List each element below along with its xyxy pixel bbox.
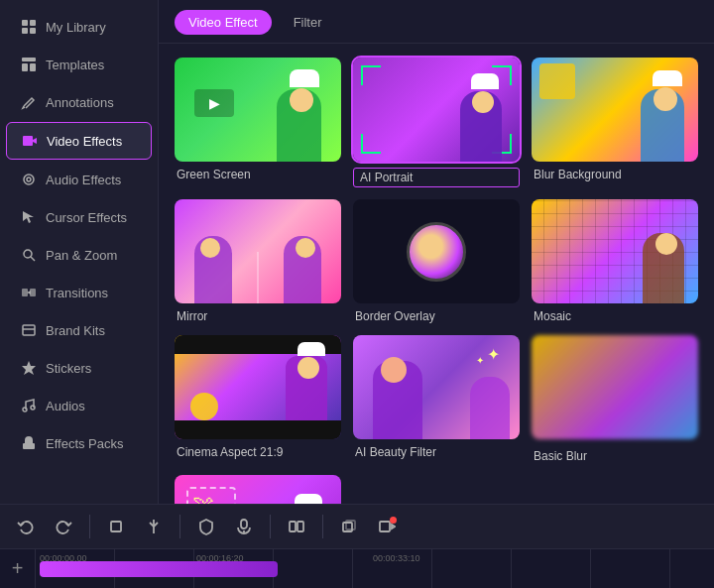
svg-line-13 — [31, 257, 35, 261]
transitions-icon — [20, 284, 38, 301]
effect-thumb-ai-portrait — [353, 58, 520, 162]
effect-basic-blur[interactable]: Basic Blur — [532, 335, 698, 463]
record-button[interactable] — [373, 513, 401, 540]
sidebar: My Library Templates Annotations Video E… — [0, 0, 159, 504]
effect-thumb-blur-background — [532, 58, 698, 162]
effect-last[interactable]: 🕊 — [175, 475, 341, 504]
annotations-icon — [20, 93, 38, 111]
svg-rect-22 — [23, 443, 35, 449]
stickers-icon — [20, 359, 38, 377]
sidebar-item-my-library[interactable]: My Library — [6, 9, 152, 45]
effect-label-ai-beauty-filter: AI Beauty Filter — [353, 445, 520, 459]
effect-ai-portrait[interactable]: AI Portrait — [353, 58, 520, 187]
effect-label-mirror: Mirror — [175, 309, 341, 323]
svg-marker-34 — [392, 525, 395, 529]
templates-icon — [20, 56, 38, 73]
effect-thumb-last: 🕊 — [175, 475, 341, 504]
timeline: + 00:00:00.00 00:00:16:20 00:00:33:10 — [0, 548, 714, 588]
audio-effects-icon — [20, 171, 38, 188]
effect-blur-background[interactable]: Blur Background — [532, 58, 698, 187]
sidebar-item-annotations[interactable]: Annotations — [6, 84, 152, 120]
effect-thumb-border-overlay — [353, 199, 520, 303]
protect-button[interactable] — [192, 513, 220, 540]
redo-button[interactable] — [50, 513, 77, 540]
effect-ai-beauty-filter[interactable]: ✦ ✦ AI Beauty Filter — [353, 335, 520, 463]
svg-point-9 — [24, 175, 34, 184]
audios-icon — [20, 397, 38, 414]
svg-rect-7 — [23, 136, 33, 146]
undo-button[interactable] — [12, 513, 40, 540]
tab-video-effect[interactable]: Video Effect — [175, 10, 272, 35]
sidebar-label-stickers: Stickers — [46, 361, 91, 376]
cursor-effects-icon — [20, 208, 38, 226]
mic-button[interactable] — [230, 513, 258, 540]
effects-packs-icon — [20, 434, 38, 452]
sidebar-item-templates[interactable]: Templates — [6, 47, 152, 82]
toolbar-separator-4 — [322, 515, 323, 538]
effect-label-cinema-aspect: Cinema Aspect 21:9 — [175, 445, 341, 459]
timeline-clip[interactable] — [40, 561, 278, 577]
sidebar-item-pan-zoom[interactable]: Pan & Zoom — [6, 237, 152, 273]
effect-mosaic[interactable]: Mosaic — [532, 199, 698, 323]
effect-label-mosaic: Mosaic — [532, 309, 698, 323]
svg-marker-11 — [23, 211, 34, 223]
sidebar-item-video-effects[interactable]: Video Effects — [6, 122, 152, 160]
plus-icon: + — [12, 557, 24, 580]
svg-marker-8 — [33, 138, 37, 144]
transition-button[interactable] — [283, 513, 310, 540]
sidebar-item-audio-effects[interactable]: Audio Effects — [6, 162, 152, 197]
main-area: My Library Templates Annotations Video E… — [0, 0, 714, 504]
effects-grid: ▶ Green Screen AI Portrait — [159, 44, 714, 504]
svg-rect-27 — [241, 520, 247, 529]
overlay-button[interactable] — [335, 513, 363, 540]
svg-rect-0 — [22, 20, 28, 26]
svg-rect-29 — [290, 522, 296, 531]
sidebar-item-effects-packs[interactable]: Effects Packs — [6, 425, 152, 461]
effect-thumb-mirror — [175, 199, 341, 303]
timeline-add-button[interactable]: + — [0, 549, 36, 588]
effect-label-border-overlay: Border Overlay — [353, 309, 520, 323]
effect-thumb-ai-beauty-filter: ✦ ✦ — [353, 335, 520, 439]
sidebar-label-video-effects: Video Effects — [47, 134, 122, 149]
sidebar-item-stickers[interactable]: Stickers — [6, 350, 152, 386]
effect-label-basic-blur: Basic Blur — [532, 449, 698, 463]
svg-rect-4 — [22, 58, 36, 61]
svg-point-20 — [23, 408, 27, 412]
effect-cinema-aspect[interactable]: Cinema Aspect 21:9 — [175, 335, 341, 463]
svg-rect-1 — [30, 20, 36, 26]
sidebar-label-transitions: Transitions — [46, 286, 108, 300]
sidebar-label-audios: Audios — [46, 399, 85, 413]
sidebar-item-brand-kits[interactable]: Brand Kits — [6, 312, 152, 348]
effect-border-overlay[interactable]: Border Overlay — [353, 199, 520, 323]
pan-zoom-icon — [20, 246, 38, 264]
effect-mirror[interactable]: Mirror — [175, 199, 341, 323]
sidebar-label-brand-kits: Brand Kits — [46, 323, 105, 338]
content-area: Video Effect Filter ▶ Green Screen — [159, 0, 714, 504]
svg-rect-30 — [298, 522, 303, 531]
sidebar-label-cursor-effects: Cursor Effects — [46, 210, 127, 225]
sidebar-label-templates: Templates — [46, 58, 104, 72]
timeline-track[interactable]: 00:00:00.00 00:00:16:20 00:00:33:10 — [36, 549, 714, 588]
sidebar-label-my-library: My Library — [46, 20, 106, 35]
effect-green-screen[interactable]: ▶ Green Screen — [175, 58, 341, 187]
timeline-timestamp-2: 00:00:33:10 — [373, 553, 420, 563]
effect-label-green-screen: Green Screen — [175, 168, 341, 181]
sidebar-item-audios[interactable]: Audios — [6, 388, 152, 423]
toolbar-separator-2 — [179, 515, 180, 538]
effect-thumb-basic-blur — [532, 335, 698, 439]
tab-filter[interactable]: Filter — [280, 10, 336, 35]
sidebar-item-transitions[interactable]: Transitions — [6, 275, 152, 310]
crop-button[interactable] — [102, 513, 130, 540]
split-button[interactable] — [140, 513, 168, 540]
sidebar-label-audio-effects: Audio Effects — [46, 173, 121, 187]
my-library-icon — [20, 18, 38, 36]
svg-rect-17 — [23, 325, 35, 335]
tab-bar: Video Effect Filter — [159, 0, 714, 44]
toolbar — [0, 504, 714, 548]
toolbar-separator-1 — [89, 515, 90, 538]
sidebar-item-cursor-effects[interactable]: Cursor Effects — [6, 199, 152, 235]
sidebar-label-annotations: Annotations — [46, 95, 114, 110]
video-effects-icon — [21, 132, 39, 150]
svg-rect-2 — [22, 28, 28, 34]
svg-rect-6 — [30, 63, 36, 71]
